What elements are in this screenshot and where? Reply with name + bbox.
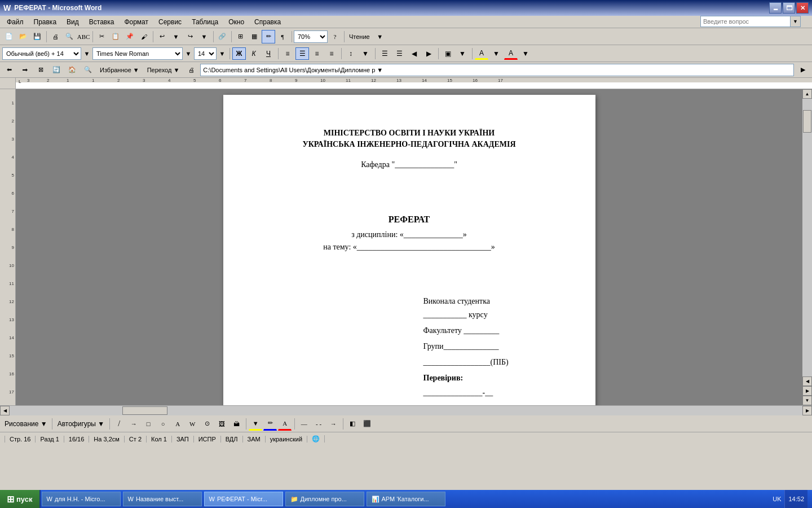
fill-color-button[interactable]: ▼ xyxy=(249,417,262,431)
menu-view[interactable]: Вид xyxy=(62,17,83,27)
help-search-input[interactable] xyxy=(700,16,791,27)
h-scroll-thumb[interactable] xyxy=(122,406,167,415)
numbering-button[interactable]: ☰ xyxy=(392,47,406,60)
line-color-button[interactable]: ✏ xyxy=(263,417,277,431)
textbox-tool[interactable]: A xyxy=(171,417,184,431)
bold-button[interactable]: Ж xyxy=(232,47,246,60)
table-button[interactable]: ⊞ xyxy=(233,30,247,43)
scroll-down-button[interactable]: ▼ xyxy=(802,396,812,405)
scroll-right-button[interactable]: ▶ xyxy=(802,406,812,415)
scroll-thumb-v[interactable] xyxy=(803,110,811,133)
favorites-button[interactable]: Избранное ▼ xyxy=(97,63,142,77)
search-web-button[interactable]: 🔍 xyxy=(81,63,95,77)
scroll-prev-page-button[interactable]: ◀ xyxy=(802,376,812,386)
start-button[interactable]: ⊞ пуск xyxy=(0,490,41,508)
spelling-button[interactable]: ABC xyxy=(77,30,90,43)
menu-file[interactable]: Файл xyxy=(2,17,28,27)
undo-dropdown-button[interactable]: ▼ xyxy=(169,30,183,43)
diagram-tool[interactable]: ⊙ xyxy=(200,417,214,431)
format-painter-button[interactable]: 🖌 xyxy=(137,30,151,43)
menu-window[interactable]: Окно xyxy=(224,17,249,27)
back-button[interactable]: ⬅ xyxy=(2,63,16,77)
fontsize-select[interactable]: 14 xyxy=(194,47,217,60)
align-right-button[interactable]: ≡ xyxy=(310,47,324,60)
search-dropdown-button[interactable]: ▼ xyxy=(791,16,801,27)
print-nav-button[interactable]: 🖨 xyxy=(184,63,198,77)
menu-edit[interactable]: Правка xyxy=(29,17,61,27)
highlight-button[interactable]: A xyxy=(475,47,488,60)
taskbar-item-3[interactable]: 📁 Дипломне про... xyxy=(285,492,364,506)
minimize-button[interactable]: 🗕 xyxy=(769,2,782,14)
oval-tool[interactable]: ○ xyxy=(156,417,170,431)
outside-border-button[interactable]: ▣ xyxy=(441,47,454,60)
font-dropdown-button[interactable]: ▼ xyxy=(184,47,193,60)
zoom-help-button[interactable]: ? xyxy=(328,30,342,43)
paste-button[interactable]: 📌 xyxy=(123,30,136,43)
print-preview-button[interactable]: 🔍 xyxy=(63,30,76,43)
open-button[interactable]: 📂 xyxy=(16,30,30,43)
shadow-button[interactable]: ◧ xyxy=(346,417,359,431)
home-button[interactable]: 🏠 xyxy=(65,63,79,77)
3d-button[interactable]: ⬛ xyxy=(360,417,374,431)
refresh-button[interactable]: 🔄 xyxy=(50,63,63,77)
new-button[interactable]: 📄 xyxy=(2,30,16,43)
taskbar-item-0[interactable]: W для Н.Н. - Micro... xyxy=(42,492,121,506)
columns-button[interactable]: ▦ xyxy=(248,30,261,43)
rectangle-tool[interactable]: □ xyxy=(142,417,155,431)
forward-button[interactable]: ⮕ xyxy=(18,63,32,77)
style-dropdown-button[interactable]: ▼ xyxy=(82,47,91,60)
h-scroll-track[interactable] xyxy=(10,406,802,415)
line-spacing-dropdown[interactable]: ▼ xyxy=(359,47,372,60)
font-color-draw-button[interactable]: A xyxy=(278,417,292,431)
scroll-left-button[interactable]: ◀ xyxy=(0,406,10,415)
clipart-tool[interactable]: 🖼 xyxy=(215,417,228,431)
reading-mode-button[interactable]: Чтение xyxy=(346,30,373,43)
menu-table[interactable]: Таблица xyxy=(187,17,223,27)
fontsize-dropdown-button[interactable]: ▼ xyxy=(218,47,227,60)
print-button[interactable]: 🖨 xyxy=(48,30,62,43)
style-select[interactable]: Обычный (веб) + 14 xyxy=(2,47,81,60)
dash-style-button[interactable]: - - xyxy=(312,417,325,431)
menu-format[interactable]: Формат xyxy=(120,17,153,27)
address-bar[interactable] xyxy=(200,64,794,76)
copy-button[interactable]: 📋 xyxy=(109,30,122,43)
menu-insert[interactable]: Вставка xyxy=(85,17,119,27)
zoom-select[interactable]: 70% xyxy=(294,30,328,43)
redo-dropdown-button[interactable]: ▼ xyxy=(197,30,211,43)
increase-indent-button[interactable]: ▶ xyxy=(422,47,435,60)
scroll-next-page-button[interactable]: ▶ xyxy=(802,386,812,396)
border-dropdown[interactable]: ▼ xyxy=(456,47,469,60)
menu-service[interactable]: Сервис xyxy=(154,17,186,27)
align-center-button[interactable]: ☰ xyxy=(295,47,309,60)
font-color-button[interactable]: A xyxy=(504,47,518,60)
show-hide-button[interactable]: ¶ xyxy=(276,30,289,43)
cut-button[interactable]: ✂ xyxy=(95,30,108,43)
font-select[interactable]: Times New Roman xyxy=(92,47,183,60)
drawing-menu-button[interactable]: Рисование ▼ xyxy=(2,418,50,430)
font-color-dropdown[interactable]: ▼ xyxy=(519,47,532,60)
maximize-button[interactable]: 🗖 xyxy=(783,2,795,14)
taskbar-item-4[interactable]: 📊 АРМ 'Каталоги... xyxy=(367,492,445,506)
hyperlink-button[interactable]: 🔗 xyxy=(215,30,229,43)
go-button[interactable]: Переход ▼ xyxy=(144,63,183,77)
align-left-button[interactable]: ≡ xyxy=(281,47,294,60)
redo-button[interactable]: ↪ xyxy=(183,30,197,43)
drawing-toggle-button[interactable]: ✏ xyxy=(262,30,275,43)
menu-help[interactable]: Справка xyxy=(250,17,285,27)
taskbar-item-1[interactable]: W Название выст... xyxy=(123,492,202,506)
stop-button[interactable]: ⊠ xyxy=(34,63,47,77)
scroll-up-button[interactable]: ▲ xyxy=(802,89,812,99)
arrow-style-button[interactable]: → xyxy=(326,417,340,431)
highlight-dropdown[interactable]: ▼ xyxy=(489,47,503,60)
justify-button[interactable]: ≡ xyxy=(325,47,338,60)
wordart-tool[interactable]: W xyxy=(186,417,199,431)
undo-button[interactable]: ↩ xyxy=(155,30,169,43)
underline-button[interactable]: Ч xyxy=(262,47,275,60)
autoshapes-button[interactable]: Автофигуры ▼ xyxy=(55,418,107,430)
arrow-tool[interactable]: → xyxy=(127,417,140,431)
taskbar-item-2[interactable]: W РЕФЕРАТ - Micr... xyxy=(204,492,283,506)
italic-button[interactable]: К xyxy=(247,47,261,60)
line-style-button[interactable]: — xyxy=(297,417,311,431)
save-button[interactable]: 💾 xyxy=(30,30,44,43)
line-spacing-button[interactable]: ↕ xyxy=(344,47,358,60)
